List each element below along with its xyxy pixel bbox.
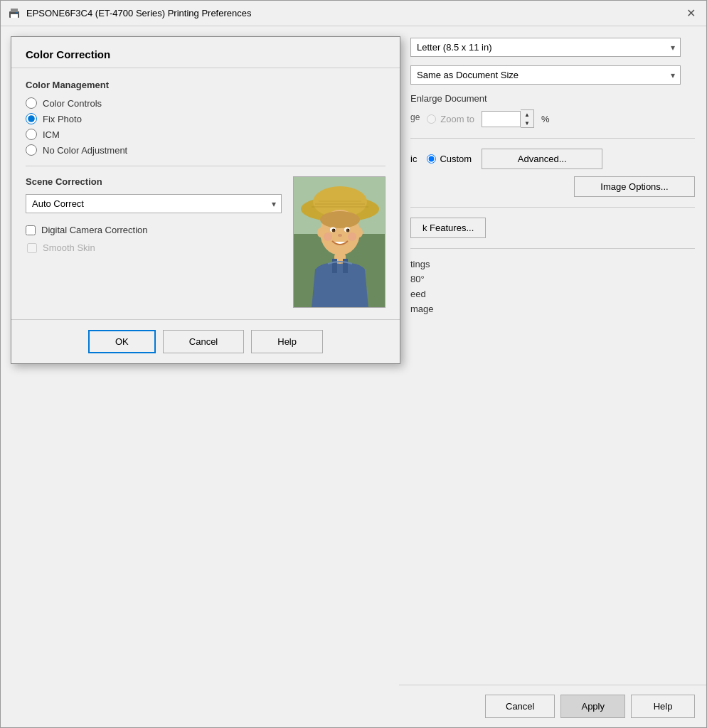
right-panel: Letter (8.5 x 11 in) Same as Document Si…	[399, 26, 706, 727]
svg-point-15	[332, 229, 336, 232]
scene-section: Scene Correction Auto Correct Portrait L…	[26, 176, 386, 308]
dialog-body: Color Management Color Controls Fix Phot…	[11, 68, 400, 319]
zoom-to-radio[interactable]	[427, 114, 436, 124]
photo-svg	[294, 177, 386, 308]
svg-rect-2	[11, 14, 18, 18]
radio-icm-input[interactable]	[26, 129, 37, 140]
smooth-skin-label: Smooth Skin	[43, 242, 95, 253]
color-management-header: Color Management	[26, 80, 386, 90]
zoom-up-button[interactable]: ▲	[521, 110, 533, 119]
image-options-button[interactable]: Image Options...	[574, 176, 695, 197]
features-button[interactable]: k Features...	[410, 218, 486, 238]
svg-point-21	[348, 232, 356, 241]
dialog-cancel-button[interactable]: Cancel	[163, 330, 244, 353]
tings-label: tings	[410, 259, 695, 269]
svg-rect-23	[332, 259, 337, 273]
radio-fix-photo-input[interactable]	[26, 113, 37, 124]
zoom-input[interactable]	[482, 111, 521, 127]
svg-rect-24	[343, 259, 348, 273]
main-window: EPSONE6F3C4 (ET-4700 Series) Printing Pr…	[0, 0, 707, 728]
enlarge-document-label: Enlarge Document	[410, 93, 695, 104]
title-bar-left: EPSONE6F3C4 (ET-4700 Series) Printing Pr…	[8, 7, 251, 20]
radio-color-controls[interactable]: Color Controls	[26, 97, 386, 109]
scene-left: Scene Correction Auto Correct Portrait L…	[26, 176, 282, 253]
output-size-dropdown[interactable]: Same as Document Size	[410, 65, 681, 85]
radio-no-color-input[interactable]	[26, 144, 37, 156]
scene-right	[293, 176, 386, 308]
svg-rect-3	[16, 12, 18, 14]
radio-icm-label: ICM	[43, 129, 60, 140]
svg-point-12	[320, 211, 360, 228]
custom-row: ic Custom Advanced...	[410, 149, 695, 169]
ic-label: ic	[410, 154, 417, 164]
dialog-bottom: OK Cancel Help	[11, 319, 400, 363]
svg-point-18	[348, 229, 349, 230]
svg-point-16	[346, 229, 350, 232]
photo-preview	[293, 176, 386, 308]
smooth-skin-checkbox	[27, 243, 37, 253]
dialog-title: Color Correction	[11, 37, 400, 68]
eed-label: eed	[410, 289, 695, 299]
separator-1	[410, 138, 695, 139]
window-title: EPSONE6F3C4 (ET-4700 Series) Printing Pr…	[26, 8, 251, 18]
main-bottom-bar: Cancel Apply Help	[399, 685, 706, 727]
color-correction-dialog: Color Correction Color Management Color …	[11, 36, 400, 364]
advanced-button[interactable]: Advanced...	[482, 149, 602, 169]
percent-label: %	[541, 114, 550, 124]
mage-label: mage	[410, 304, 695, 314]
custom-radio-label[interactable]: Custom	[427, 154, 472, 164]
svg-point-20	[324, 232, 332, 241]
zoom-input-wrapper: ▲ ▼	[482, 109, 534, 128]
paper-size-row: Letter (8.5 x 11 in)	[410, 38, 695, 57]
paper-size-dropdown-wrapper[interactable]: Letter (8.5 x 11 in)	[410, 38, 681, 57]
output-size-row: Same as Document Size	[410, 65, 695, 85]
separator-2	[410, 207, 695, 208]
svg-point-26	[356, 228, 363, 237]
radio-color-controls-label: Color Controls	[43, 98, 102, 109]
radio-no-color-label: No Color Adjustment	[43, 145, 127, 156]
color-management-radio-group: Color Controls Fix Photo ICM No Color Ad…	[26, 97, 386, 156]
main-apply-button[interactable]: Apply	[560, 695, 625, 718]
zoom-spin-buttons: ▲ ▼	[521, 109, 534, 128]
zoom-row: ge Zoom to ▲ ▼ %	[410, 109, 695, 128]
paper-size-dropdown[interactable]: Letter (8.5 x 11 in)	[410, 38, 681, 57]
rotation-label: 80°	[410, 274, 695, 284]
main-help-button[interactable]: Help	[631, 695, 695, 718]
digital-camera-checkbox-label[interactable]: Digital Camera Correction	[26, 225, 282, 235]
title-bar: EPSONE6F3C4 (ET-4700 Series) Printing Pr…	[1, 1, 706, 26]
scene-dropdown-wrapper[interactable]: Auto Correct Portrait Landscape Night Sc…	[26, 194, 282, 213]
dialog-ok-button[interactable]: OK	[88, 330, 156, 353]
zoom-down-button[interactable]: ▼	[521, 119, 533, 127]
page-label: ge	[410, 112, 420, 122]
radio-no-color[interactable]: No Color Adjustment	[26, 144, 386, 156]
dialog-separator-1	[26, 166, 386, 166]
separator-3	[410, 248, 695, 249]
output-size-dropdown-wrapper[interactable]: Same as Document Size	[410, 65, 681, 85]
scene-correction-label: Scene Correction	[26, 176, 282, 187]
main-cancel-button[interactable]: Cancel	[485, 695, 555, 718]
dialog-help-button[interactable]: Help	[251, 330, 323, 353]
digital-camera-label: Digital Camera Correction	[41, 225, 148, 235]
svg-rect-1	[11, 9, 18, 12]
smooth-skin-row: Smooth Skin	[27, 242, 282, 253]
printer-icon	[8, 7, 21, 20]
svg-point-19	[338, 234, 342, 237]
radio-color-controls-input[interactable]	[26, 97, 37, 109]
digital-camera-checkbox[interactable]	[26, 225, 36, 235]
svg-point-25	[317, 228, 324, 237]
custom-radio[interactable]	[427, 154, 436, 164]
svg-point-17	[334, 229, 335, 230]
zoom-to-label[interactable]: Zoom to	[427, 114, 474, 124]
radio-fix-photo-label: Fix Photo	[43, 114, 82, 124]
radio-icm[interactable]: ICM	[26, 129, 386, 140]
scene-dropdown[interactable]: Auto Correct Portrait Landscape Night Sc…	[26, 194, 282, 213]
close-button[interactable]: ✕	[682, 5, 699, 22]
radio-fix-photo[interactable]: Fix Photo	[26, 113, 386, 124]
